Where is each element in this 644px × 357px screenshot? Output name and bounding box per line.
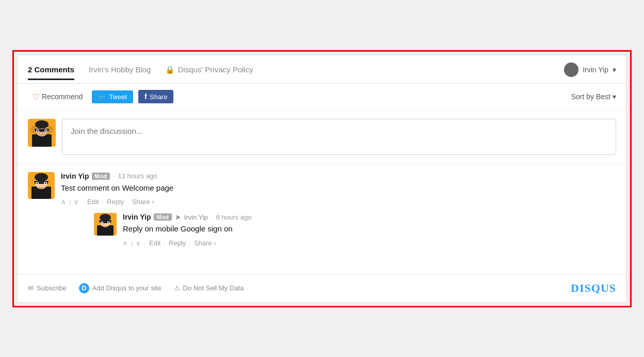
heart-icon: ♡	[32, 92, 39, 102]
blog-label: Irvin's Hobby Blog	[89, 65, 151, 74]
comment-1-body: Irvin Yip Mod · 11 hours ago Test commen…	[61, 172, 616, 256]
svg-point-33	[100, 214, 111, 221]
reply-1-avatar	[94, 213, 117, 236]
do-not-sell-label: Do Not Sell My Data	[183, 284, 244, 292]
reply-1-share-button[interactable]: Share ›	[194, 239, 216, 247]
privacy-label: Disqus' Privacy Policy	[178, 65, 253, 74]
disqus-footer: ✉ Subscribe D Add Disqus to your site ⚠ …	[18, 274, 626, 302]
reply-1-header: Irvin Yip Mod ➤ Irvin Yip · 6 hours ago	[123, 213, 616, 221]
svg-point-20	[37, 182, 38, 184]
sort-chevron-icon: ▾	[613, 92, 616, 101]
reply-1-avatar-svg	[94, 213, 117, 236]
user-avatar-circle	[564, 63, 578, 77]
share-label: Share	[150, 93, 168, 101]
comment-1-mod-badge: Mod	[92, 173, 109, 180]
user-profile-menu[interactable]: Irvin Yip ▾	[564, 63, 616, 83]
comment-1: Irvin Yip Mod · 11 hours ago Test commen…	[28, 172, 616, 256]
sort-label: Sort by Best	[571, 92, 610, 101]
reply-comment-1: Irvin Yip Mod ➤ Irvin Yip · 6 hours ago …	[94, 213, 616, 247]
do-not-sell-link[interactable]: ⚠ Do Not Sell My Data	[174, 284, 244, 292]
reply-1-author: Irvin Yip	[123, 213, 151, 221]
tab-privacy[interactable]: 🔒 Disqus' Privacy Policy	[165, 65, 253, 81]
avatar-svg	[28, 119, 56, 147]
comments-count-label: 2 Comments	[28, 65, 74, 74]
comment-1-actions: ∧ | ∨ · Edit · Reply · Share ›	[61, 198, 616, 206]
svg-point-21	[45, 182, 46, 184]
comment-1-share-button[interactable]: Share ›	[132, 198, 154, 206]
chevron-down-icon: ▾	[613, 66, 616, 74]
sort-button[interactable]: Sort by Best ▾	[571, 92, 616, 101]
svg-point-11	[35, 120, 49, 129]
svg-point-31	[101, 222, 102, 223]
reply-1-downvote[interactable]: ∨	[136, 239, 141, 247]
comment-1-edit-button[interactable]: Edit	[87, 198, 99, 206]
reply-1-reply-button[interactable]: Reply	[169, 239, 186, 247]
comment-1-avatar-svg	[28, 172, 55, 199]
warning-icon: ⚠	[174, 284, 180, 292]
svg-point-32	[108, 222, 109, 223]
recommend-button[interactable]: ♡ Recommend	[28, 90, 87, 104]
reply-arrow-icon: ➤	[175, 213, 181, 221]
subscribe-label: Subscribe	[37, 284, 67, 292]
disqus-container: 2 Comments Irvin's Hobby Blog 🔒 Disqus' …	[17, 55, 627, 303]
lock-icon: 🔒	[165, 65, 175, 74]
reply-1-edit-button[interactable]: Edit	[149, 239, 160, 247]
reply-1-time: 6 hours ago	[216, 213, 252, 221]
envelope-icon: ✉	[28, 284, 34, 292]
reply-1-reply-to: Irvin Yip	[184, 213, 208, 221]
reply-1-upvote[interactable]: ∧	[123, 239, 128, 247]
comment-1-header: Irvin Yip Mod · 11 hours ago	[61, 172, 616, 180]
disqus-logo: DISQUS	[571, 282, 616, 295]
user-name-label: Irvin Yip	[583, 66, 608, 74]
tab-comments[interactable]: 2 Comments	[28, 65, 74, 80]
facebook-icon: f	[144, 92, 147, 101]
comment-1-upvote[interactable]: ∧	[61, 198, 66, 206]
recommend-label: Recommend	[42, 92, 83, 101]
comment-1-author: Irvin Yip	[61, 172, 89, 180]
add-disqus-label: Add Disqus to your site	[92, 284, 162, 292]
svg-point-22	[35, 173, 48, 181]
comment-1-text: Test comment on Welcome page	[61, 182, 616, 194]
disqus-d-icon: D	[79, 283, 89, 293]
reply-1-inner: Irvin Yip Mod ➤ Irvin Yip · 6 hours ago …	[94, 213, 616, 247]
reply-1-actions: ∧ | ∨ · Edit · Reply · Share ›	[123, 239, 616, 247]
discussion-input[interactable]	[62, 119, 616, 155]
tweet-label: Tweet	[109, 93, 127, 101]
reply-1-body: Irvin Yip Mod ➤ Irvin Yip · 6 hours ago …	[123, 213, 616, 247]
comment-1-downvote[interactable]: ∨	[74, 198, 79, 206]
twitter-icon: 🐦	[98, 93, 106, 101]
tweet-button[interactable]: 🐦 Tweet	[92, 90, 133, 103]
outer-border: 2 Comments Irvin's Hobby Blog 🔒 Disqus' …	[12, 50, 632, 307]
reply-1-text: Reply on mobile Google sign on	[123, 223, 616, 235]
reply-1-mod-badge: Mod	[154, 213, 171, 221]
current-user-avatar	[28, 119, 56, 147]
subscribe-link[interactable]: ✉ Subscribe	[28, 284, 67, 292]
comment-1-time: 11 hours ago	[118, 172, 157, 180]
comment-1-avatar	[28, 172, 55, 199]
share-facebook-button[interactable]: f Share	[138, 90, 173, 103]
action-bar: ♡ Recommend 🐦 Tweet f Share Sort by Best…	[18, 84, 626, 111]
discussion-area	[18, 111, 626, 164]
comments-section: Irvin Yip Mod · 11 hours ago Test commen…	[18, 164, 626, 274]
add-disqus-link[interactable]: D Add Disqus to your site	[79, 283, 162, 293]
comment-1-reply-button[interactable]: Reply	[107, 198, 124, 206]
avatar-image	[28, 119, 56, 147]
disqus-nav: 2 Comments Irvin's Hobby Blog 🔒 Disqus' …	[18, 55, 626, 84]
tab-blog[interactable]: Irvin's Hobby Blog	[89, 65, 151, 80]
